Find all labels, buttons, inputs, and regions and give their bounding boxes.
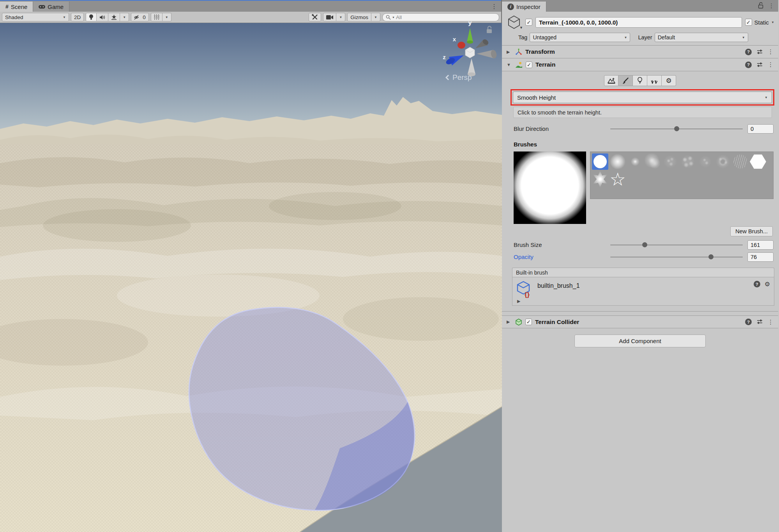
static-checkbox[interactable]: ✓ — [745, 19, 752, 26]
brush-swatch-hexagon[interactable] — [750, 153, 766, 170]
brush-swatch-star-6[interactable] — [592, 171, 608, 187]
scene-audio-button[interactable] — [97, 13, 108, 21]
camera-icon — [326, 15, 333, 19]
foldout-arrow-icon[interactable]: ▼ — [507, 62, 512, 67]
slider-handle[interactable] — [642, 242, 647, 247]
gameobject-name-input[interactable] — [535, 17, 742, 28]
svg-text:{}: {} — [525, 291, 530, 298]
component-tools-button[interactable] — [309, 13, 321, 21]
tag-dropdown[interactable]: Untagged ▼ — [530, 33, 630, 42]
new-brush-button[interactable]: New Brush... — [730, 226, 773, 236]
foldout-arrow-icon[interactable]: ▶ — [507, 49, 512, 55]
grid-dropdown[interactable]: ▼ — [163, 13, 171, 21]
scene-visibility-button[interactable]: 0 — [131, 13, 149, 21]
gizmos-button[interactable]: Gizmos — [347, 13, 371, 21]
tool-help-box: Click to smooth the terrain height. — [513, 107, 772, 118]
brush-swatch-speckle-b[interactable] — [680, 153, 696, 170]
paint-details-button[interactable] — [647, 75, 662, 86]
opacity-field[interactable]: 76 — [747, 252, 774, 262]
brush-swatch-speckle-a[interactable] — [662, 153, 678, 170]
foldout-arrow-icon[interactable]: ▶ — [507, 319, 512, 324]
check-icon: ✓ — [527, 62, 531, 68]
brush-swatch-circle-soft[interactable] — [609, 153, 626, 170]
terrain-title: Terrain — [535, 61, 555, 68]
scene-camera-button[interactable] — [323, 13, 336, 21]
paint-tool-value: Smooth Height — [517, 94, 556, 101]
terrain-tool-row: ⚙ — [502, 71, 778, 86]
tag-value: Untagged — [533, 34, 556, 41]
brush-swatch-circle-hard[interactable] — [592, 153, 608, 170]
gamepad-icon — [39, 5, 45, 9]
presets-icon[interactable] — [757, 62, 763, 68]
create-neighbor-terrains-button[interactable] — [604, 75, 618, 86]
gizmos-dropdown[interactable]: ▼ — [371, 13, 380, 21]
brush-asset-foldout-icon[interactable]: ▶ — [517, 299, 523, 304]
component-menu-icon[interactable]: ⋮ — [768, 61, 774, 68]
inspector-lock-icon[interactable] — [758, 2, 764, 10]
toggle-2d-button[interactable]: 2D — [71, 13, 84, 21]
paint-trees-button[interactable] — [633, 75, 647, 86]
brush-swatch-speckle-c[interactable] — [697, 153, 714, 170]
brush-preview-image — [514, 151, 586, 224]
gameobject-active-checkbox[interactable]: ✓ — [525, 19, 532, 26]
blur-direction-label: Blur Direction — [514, 125, 610, 132]
brush-swatch-ring[interactable] — [715, 153, 731, 170]
help-icon[interactable]: ? — [745, 319, 752, 325]
scene-viewport[interactable] — [0, 23, 502, 532]
brush-size-field[interactable]: 161 — [747, 240, 774, 250]
help-icon[interactable]: ? — [745, 62, 752, 68]
scene-effects-button[interactable] — [108, 13, 120, 21]
projection-toggle[interactable]: Persp — [446, 73, 472, 82]
layer-dropdown[interactable]: Default ▼ — [655, 33, 748, 42]
draw-mode-dropdown[interactable]: Shaded ▼ — [2, 13, 69, 21]
grid-visibility-button[interactable] — [151, 13, 163, 21]
brush-swatch-dot-soft[interactable] — [627, 153, 643, 170]
paint-terrain-button[interactable] — [618, 75, 633, 86]
brush-glyph-speckle-c — [697, 153, 714, 170]
presets-icon[interactable] — [757, 319, 763, 325]
slider-handle[interactable] — [708, 254, 714, 259]
terrain-component-header[interactable]: ▼ ✓ Terrain ? ⋮ — [502, 58, 778, 71]
brush-swatch-star-outline[interactable]: ☆ — [609, 171, 626, 187]
tab-game-label: Game — [48, 4, 64, 10]
help-icon[interactable]: ? — [754, 281, 760, 287]
lightbulb-icon — [89, 14, 94, 20]
gizmo-lock-icon[interactable] — [486, 26, 493, 35]
blur-direction-field[interactable]: 0 — [747, 124, 774, 134]
opacity-row: Opacity 76 — [502, 252, 778, 262]
scene-lighting-button[interactable] — [86, 13, 97, 21]
component-menu-icon[interactable]: ⋮ — [768, 48, 774, 55]
opacity-slider[interactable] — [610, 252, 743, 262]
unity-editor-window: # Scene Game ⋮ Shaded ▼ 2D — [0, 0, 779, 532]
check-icon: ✓ — [527, 19, 531, 25]
gear-icon[interactable]: ⚙ — [765, 281, 770, 287]
presets-icon[interactable] — [757, 49, 763, 55]
slider-handle[interactable] — [674, 126, 679, 131]
opacity-label: Opacity — [514, 254, 610, 260]
brush-swatch-cloud[interactable] — [645, 153, 661, 170]
inspector-menu-icon[interactable]: ⋮ — [768, 2, 774, 9]
scene-effects-dropdown[interactable]: ▼ — [120, 13, 129, 21]
tab-inspector[interactable]: i Inspector — [502, 2, 546, 12]
component-menu-icon[interactable]: ⋮ — [768, 319, 774, 326]
chevron-down-icon: ▼ — [63, 16, 66, 19]
scene-panel-menu-icon[interactable]: ⋮ — [487, 3, 501, 10]
gameobject-icon[interactable]: ▼ — [507, 15, 522, 30]
scene-camera-dropdown[interactable]: ▼ — [336, 13, 345, 21]
help-icon[interactable]: ? — [745, 49, 752, 55]
tab-scene[interactable]: # Scene — [0, 2, 33, 12]
brush-size-slider[interactable] — [610, 240, 743, 250]
tab-game[interactable]: Game — [33, 2, 69, 12]
terrain-enabled-checkbox[interactable]: ✓ — [526, 62, 532, 68]
blur-direction-slider[interactable] — [610, 123, 743, 134]
paint-tool-dropdown[interactable]: Smooth Height ▼ — [513, 92, 772, 103]
terrain-settings-button[interactable]: ⚙ — [662, 75, 676, 86]
collider-enabled-checkbox[interactable]: ✓ — [525, 319, 532, 325]
add-component-button[interactable]: Add Component — [574, 335, 706, 347]
chevron-down-icon: ▼ — [624, 36, 627, 39]
brush-swatch-streaks[interactable] — [732, 153, 749, 170]
static-dropdown-icon[interactable]: ▼ — [771, 21, 774, 24]
transform-component-header[interactable]: ▶ Transform ? ⋮ — [502, 46, 778, 58]
terrain-collider-header[interactable]: ▶ ✓ Terrain Collider ? ⋮ — [502, 315, 778, 328]
brush-glyph-cloud — [645, 153, 661, 170]
